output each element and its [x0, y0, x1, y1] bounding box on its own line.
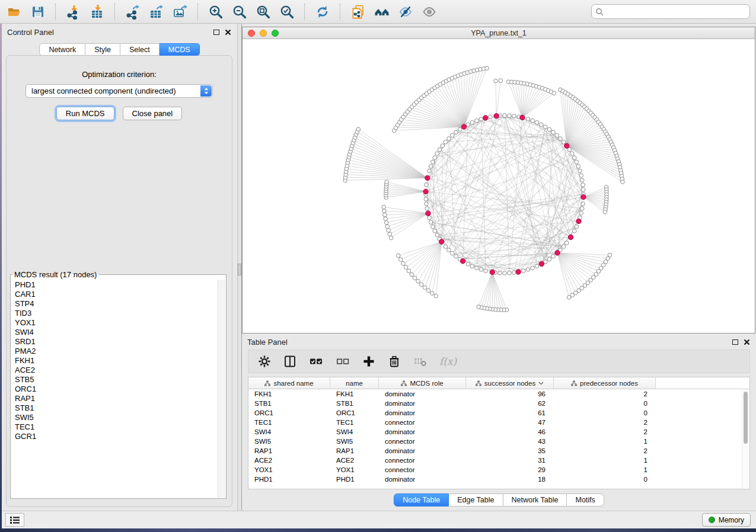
ring-node[interactable]	[444, 245, 448, 249]
ring-node[interactable]	[458, 127, 462, 132]
ring-node[interactable]	[475, 118, 479, 123]
window-close-icon[interactable]	[248, 30, 255, 37]
save-session-icon[interactable]	[30, 4, 46, 20]
ring-node[interactable]	[547, 257, 551, 261]
mcds-result-item[interactable]: STB5	[12, 375, 217, 384]
zoom-in-icon[interactable]	[208, 4, 224, 20]
search-input[interactable]	[591, 4, 750, 19]
leaf-node[interactable]	[401, 261, 406, 265]
hide-graphics-details-icon[interactable]	[397, 4, 413, 20]
ring-node[interactable]	[531, 118, 535, 123]
ring-node[interactable]	[581, 202, 585, 206]
mcds-hub-node[interactable]	[423, 189, 428, 194]
ring-node[interactable]	[424, 197, 428, 201]
table-cell[interactable]: connector	[379, 465, 466, 475]
leaf-node[interactable]	[398, 258, 403, 262]
ring-node[interactable]	[578, 169, 582, 173]
mcds-hub-node[interactable]	[555, 251, 560, 255]
tab-mcds[interactable]: MCDS	[160, 43, 200, 56]
float-table-panel-icon[interactable]	[732, 339, 738, 345]
leaf-node[interactable]	[410, 273, 414, 277]
leaf-node[interactable]	[384, 217, 388, 221]
ring-node[interactable]	[435, 233, 439, 238]
ring-node[interactable]	[564, 241, 569, 245]
apply-layout-icon[interactable]	[314, 4, 330, 20]
ring-node[interactable]	[503, 271, 507, 275]
ring-node[interactable]	[428, 169, 432, 173]
ring-node[interactable]	[425, 202, 429, 206]
import-network-icon[interactable]	[65, 4, 81, 20]
ring-node[interactable]	[572, 156, 576, 160]
table-cell[interactable]: TEC1	[248, 418, 330, 427]
ring-node[interactable]	[447, 248, 451, 252]
close-table-panel-icon[interactable]	[744, 339, 750, 345]
table-cell[interactable]: 0	[554, 475, 656, 484]
mcds-hub-node[interactable]	[564, 143, 569, 148]
table-cell[interactable]: SWI4	[330, 427, 379, 437]
delete-row-icon[interactable]	[388, 355, 401, 368]
select-all-rows-icon[interactable]	[309, 355, 323, 368]
ring-node[interactable]	[570, 152, 575, 156]
ring-node[interactable]	[572, 229, 576, 233]
leaf-node[interactable]	[382, 205, 386, 209]
mcds-result-item[interactable]: GCR1	[12, 432, 217, 441]
ring-node[interactable]	[526, 268, 530, 272]
leaf-node[interactable]	[385, 180, 389, 184]
show-panels-menu-button[interactable]	[5, 513, 24, 527]
ring-node[interactable]	[441, 144, 445, 148]
ring-node[interactable]	[470, 120, 474, 124]
tab-edge-table[interactable]: Edge Table	[449, 493, 503, 507]
ring-node[interactable]	[540, 123, 544, 127]
table-cell[interactable]: 0	[554, 399, 656, 408]
leaf-node[interactable]	[567, 296, 571, 300]
ring-node[interactable]	[547, 127, 551, 132]
table-cell[interactable]: 1	[554, 456, 656, 465]
add-row-icon[interactable]	[362, 355, 375, 368]
table-cell[interactable]: 18	[466, 475, 554, 484]
leaf-node[interactable]	[552, 91, 556, 95]
table-cell[interactable]: RAP1	[248, 446, 330, 456]
mcds-hub-node[interactable]	[516, 270, 521, 274]
table-cell[interactable]: RAP1	[330, 446, 379, 456]
mcds-result-item[interactable]: STP4	[12, 299, 217, 309]
table-cell[interactable]: 31	[466, 456, 554, 465]
show-column-icon[interactable]	[283, 355, 296, 368]
mcds-result-item[interactable]: YOX1	[12, 318, 217, 328]
ring-node[interactable]	[562, 140, 566, 145]
table-cell[interactable]: dominator	[379, 427, 466, 437]
table-cell[interactable]: STB1	[248, 399, 330, 408]
leaf-node[interactable]	[407, 269, 411, 273]
table-cell[interactable]: ORC1	[330, 408, 379, 418]
leaf-node[interactable]	[419, 283, 423, 287]
mcds-result-item[interactable]: FKH1	[12, 356, 217, 366]
table-cell[interactable]: ACE2	[248, 456, 330, 465]
mcds-hub-node[interactable]	[460, 259, 465, 264]
ring-node[interactable]	[435, 152, 439, 156]
table-cell[interactable]: 2	[554, 446, 656, 456]
window-minimize-icon[interactable]	[260, 30, 267, 37]
leaf-node[interactable]	[404, 265, 408, 270]
ring-node[interactable]	[475, 266, 479, 270]
ring-node[interactable]	[479, 117, 483, 121]
table-cell[interactable]: dominator	[379, 446, 466, 456]
export-image-icon[interactable]	[172, 4, 188, 20]
mcds-hub-node[interactable]	[576, 219, 581, 223]
network-graph[interactable]	[243, 39, 755, 333]
table-options-icon[interactable]	[258, 355, 271, 368]
ring-node[interactable]	[522, 269, 526, 273]
mcds-hub-node[interactable]	[425, 175, 430, 180]
leaf-node[interactable]	[356, 127, 361, 132]
ring-node[interactable]	[581, 183, 585, 187]
export-network-icon[interactable]	[125, 4, 141, 20]
network-window-titlebar[interactable]: YPA_prune.txt_1	[243, 27, 755, 39]
run-mcds-button[interactable]: Run MCDS	[56, 107, 114, 120]
table-cell[interactable]: 2	[554, 418, 656, 427]
leaf-node[interactable]	[621, 180, 625, 184]
table-scrollbar[interactable]	[742, 390, 749, 488]
ring-node[interactable]	[512, 271, 516, 275]
ring-node[interactable]	[451, 251, 455, 255]
tab-network-table[interactable]: Network Table	[503, 493, 567, 507]
tab-motifs[interactable]: Motifs	[567, 493, 604, 507]
table-cell[interactable]: dominator	[379, 389, 466, 399]
leaf-node[interactable]	[385, 225, 390, 229]
